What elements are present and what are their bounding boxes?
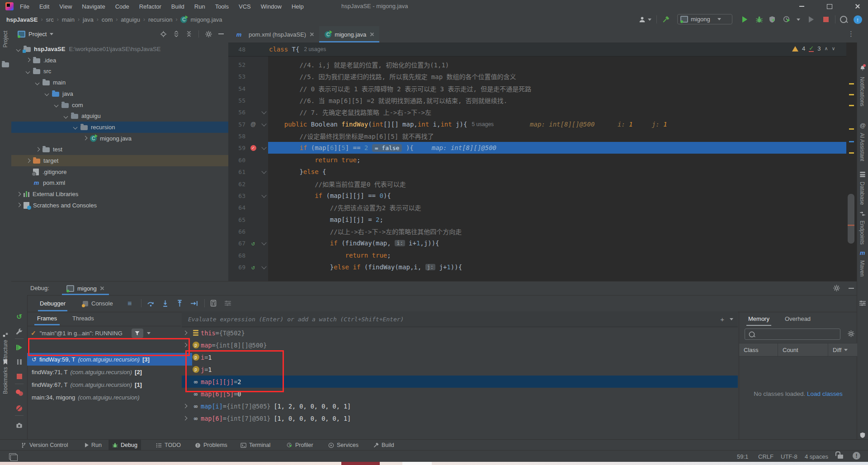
tool-window-switcher-icon[interactable] [9,453,16,460]
menu-refactor[interactable]: Refactor [139,3,161,10]
code-line-58[interactable]: 58 //设定最终找到坐标是map[6][5] 就不再找了 [228,130,846,142]
debug-session-tab[interactable]: migong [62,282,109,295]
collapse-all-icon[interactable] [186,31,192,37]
project-view-dropdown-icon[interactable] [50,33,53,35]
code-line-56[interactable]: 56 // 7. 先确定老鼠找路策略 上->右->下->左 [228,106,846,118]
chevron-down-icon[interactable] [74,125,77,129]
step-over-icon[interactable] [147,300,155,307]
chevron-right-icon[interactable] [182,331,191,335]
menu-build[interactable]: Build [171,3,184,10]
breadcrumb-item-java[interactable]: java [83,16,94,23]
fold-marker-icon[interactable] [259,147,269,149]
code-line-65[interactable]: 65 map[i][j] = 2; [228,214,846,225]
chevron-down-icon[interactable] [17,47,20,51]
expand-all-icon[interactable] [173,31,179,37]
code-line-67[interactable]: 67↺ if (findWay(map, i: i+1,j)){ [228,237,846,249]
run-button[interactable] [740,14,750,24]
chevron-down-icon[interactable] [55,103,58,107]
rerun-button[interactable]: ↺ [11,311,27,322]
hide-panel-icon[interactable] [218,33,224,34]
toolwindow-button-problems[interactable]: Problems [191,440,231,451]
tab-memory[interactable]: Memory [745,311,772,326]
fold-marker-icon[interactable] [259,242,269,244]
menu-navigate[interactable]: Navigate [82,3,105,10]
status-caret-position[interactable]: 59:1 [737,453,748,460]
minimize-button[interactable] [791,0,812,13]
user-dropdown-icon[interactable] [648,19,651,21]
user-icon[interactable] [637,14,647,24]
tree-item-external-libraries[interactable]: External Libraries [11,188,234,200]
step-into-icon[interactable] [161,300,169,307]
frame-row-3[interactable]: main:34, migong (com.atguigu.recursion) [27,391,192,404]
editor-scrollbar[interactable] [846,42,857,281]
tab-debugger[interactable]: Debugger [36,296,69,311]
stripe-item-bookmarks[interactable]: Bookmarks [2,367,9,394]
code-line-61[interactable]: 61 }else { [228,166,846,178]
menu-window[interactable]: Window [261,3,282,10]
evaluate-expression-input[interactable]: Evaluate expression (Enter) or add a wat… [182,311,738,327]
evaluate-dropdown-icon[interactable] [730,318,733,320]
tree-item-idea[interactable]: .idea [11,55,243,66]
next-problem-icon[interactable]: ∨ [831,46,835,52]
stop-button[interactable] [821,14,831,24]
chevron-right-icon[interactable] [26,58,30,62]
chevron-right-icon[interactable] [83,136,87,140]
tree-item-hspjavase[interactable]: hspJavaSEE:\workplace01\javaSE\hspJavaSE [11,43,234,55]
code-line-69[interactable]: 69↺ }else if (findWay(map,i, j: j+1)){ [228,261,846,273]
frame-row-2[interactable]: findWay:67, T (com.atguigu.recursion) [1… [27,378,192,391]
breakpoint-icon[interactable] [247,145,259,151]
thread-selector[interactable]: ✓ "main"@1 in g...ain": RUNNING [27,327,181,339]
menu-edit[interactable]: Edit [39,3,49,10]
breadcrumb-item-migong-java[interactable]: migong.java [190,16,222,23]
variable-row-map-6[interactable]: map[6] = {int[7]@501}[1, 0, 0, 0, 0, 0, … [182,412,738,424]
scrollbar-thumb[interactable] [848,194,854,244]
load-classes-link[interactable]: Load classes [807,390,843,397]
debug-settings-gear-icon[interactable] [833,285,840,291]
inspections-widget[interactable]: 4 ✓ 3 ∧ ∨ [792,45,835,52]
code-line-64[interactable]: 64 //先把该点设置为2 表示可以走 [228,202,846,213]
step-out-icon[interactable] [176,300,184,307]
project-settings-gear-icon[interactable] [205,31,212,38]
breadcrumb-item-recursion[interactable]: recursion [148,16,172,23]
code-line-66[interactable]: 66 //以上->右->下->左的策略往其他四个方向走 [228,225,846,237]
mute-breakpoints-icon[interactable] [11,403,27,413]
tree-item-gitignore[interactable]: .gitignore [11,166,243,178]
hide-debug-panel-icon[interactable] [849,288,854,289]
search-everywhere-icon[interactable] [839,14,849,24]
breadcrumb-item-atguigu[interactable]: atguigu [121,16,140,23]
tab-pom-xml[interactable]: pom.xml (hspJavaSE) [230,26,319,42]
tab-threads[interactable]: Threads [68,311,99,325]
run-options-dropdown-icon[interactable] [797,19,800,21]
chevron-right-icon[interactable] [182,417,191,420]
column-diff[interactable]: Diff [828,343,848,356]
menu-vcs[interactable]: VCS [239,3,251,10]
stop-debug-button[interactable] [11,371,27,382]
build-hammer-icon[interactable] [660,14,670,24]
fold-marker-icon[interactable] [259,195,269,197]
prev-problem-icon[interactable]: ∧ [824,46,828,52]
tab-frames[interactable]: Frames [33,311,61,325]
toolwindow-button-build[interactable]: Build [369,440,398,451]
chevron-right-icon[interactable] [26,159,30,163]
toolwindow-button-profiler[interactable]: Profiler [283,440,317,451]
menu-file[interactable]: File [20,3,29,10]
toolwindow-button-run[interactable]: Run [81,440,105,451]
ide-update-icon[interactable]: ↑ [853,14,863,24]
project-panel-title[interactable]: Project [28,31,47,38]
stripe-item-notifications[interactable]: Notifications [859,77,865,106]
memory-search-input[interactable] [745,329,840,340]
profiler-button[interactable] [782,14,792,24]
thread-dump-camera-icon[interactable] [11,420,27,431]
tab-overhead[interactable]: Overhead [782,311,813,326]
stripe-item-endpoints[interactable]: Endpoints [859,221,865,244]
frame-row-0[interactable]: ↺findWay:59, T (com.atguigu.recursion) [… [27,353,192,366]
sticky-header-line[interactable]: 48 class T{2 usages [228,42,846,56]
variable-row-map-i-j[interactable]: map[i][j] = 2 [182,376,738,388]
code-line-55[interactable]: 55 //6. 当 map[6][5] =2 就说明找到通路,就可以结束, 否则… [228,94,846,106]
editor-more-options-icon[interactable]: ⋮ [848,30,855,38]
menu-run[interactable]: Run [194,3,205,10]
variable-row-map-i[interactable]: map[i] = {int[7]@505}[1, 2, 0, 0, 0, 0, … [182,400,738,412]
run-to-cursor-icon[interactable] [190,300,198,307]
evaluate-expression-icon[interactable] [210,300,217,307]
breadcrumb-item-hspjavase[interactable]: hspJavaSE [6,16,38,23]
